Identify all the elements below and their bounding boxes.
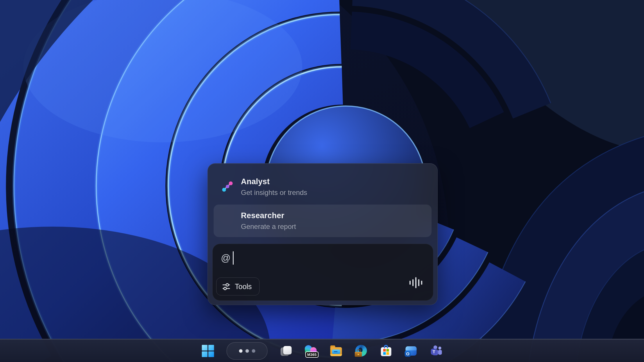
composer-input[interactable]: @ [221, 251, 234, 265]
search-pill[interactable] [227, 342, 268, 360]
edge-work-button[interactable] [355, 345, 368, 357]
teams-letter: T [431, 349, 437, 355]
typing-dot [245, 349, 249, 353]
copilot-suggestion-panel: Analyst Get insights or trends Researche… [207, 163, 438, 305]
suggestion-title: Researcher [241, 211, 296, 220]
suggestion-analyst[interactable]: Analyst Get insights or trends [214, 171, 432, 203]
suggestion-researcher[interactable]: Researcher Generate a report [214, 205, 432, 237]
typing-dot [239, 349, 242, 353]
desktop: Analyst Get insights or trends Researche… [0, 0, 644, 362]
suggestion-subtitle: Get insights or trends [241, 189, 307, 197]
tools-label: Tools [235, 282, 252, 291]
taskbar-items: M365 [202, 340, 443, 362]
m365-copilot-button[interactable]: M365 [305, 345, 318, 357]
typing-dot [252, 349, 255, 353]
task-view-button[interactable] [280, 345, 293, 357]
tools-button[interactable]: Tools [216, 277, 260, 295]
researcher-icon [222, 215, 233, 227]
start-button[interactable] [202, 345, 214, 357]
suggestion-title: Analyst [241, 177, 307, 186]
microsoft-store-button[interactable] [380, 345, 393, 357]
analyst-icon [222, 181, 233, 193]
sliders-icon [222, 283, 230, 291]
briefcase-badge-icon [357, 350, 361, 352]
teams-button[interactable]: T [430, 345, 443, 357]
voice-waveform-icon[interactable] [409, 274, 422, 292]
windows-start-icon [202, 345, 214, 357]
text-caret [233, 251, 234, 265]
outlook-letter: O [405, 351, 411, 357]
taskbar: M365 [0, 339, 644, 362]
composer-text: @ [221, 251, 231, 265]
outlook-button[interactable]: O [405, 345, 418, 357]
suggestion-subtitle: Generate a report [241, 223, 296, 231]
file-explorer-button[interactable] [330, 345, 343, 357]
copilot-composer[interactable]: @ Tools [212, 244, 433, 301]
m365-badge: M365 [305, 352, 319, 358]
